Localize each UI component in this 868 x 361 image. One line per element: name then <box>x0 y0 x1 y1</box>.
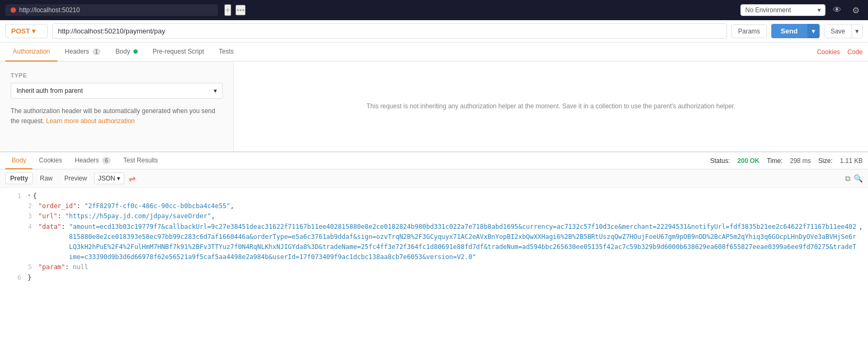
type-select[interactable]: Inherit auth from parent ▾ <box>11 83 223 99</box>
resp-headers-badge: 6 <box>102 157 111 164</box>
time-label: Time: <box>767 157 783 165</box>
cookies-link[interactable]: Cookies <box>817 48 840 56</box>
tab-headers[interactable]: Headers 1 <box>57 42 108 62</box>
status-label: Status: <box>710 157 730 165</box>
cookies-code-links: Cookies Code <box>817 48 863 56</box>
status-value: 200 OK <box>737 157 759 165</box>
line-number: 6 <box>5 273 21 283</box>
chevron-down-icon: ▾ <box>117 175 120 182</box>
resp-tab-cookies[interactable]: Cookies <box>32 152 68 169</box>
json-line-5: 5 "param" : null <box>5 262 863 272</box>
save-button[interactable]: Save <box>824 24 852 38</box>
time-value: 298 ms <box>790 157 811 165</box>
line-number: 5 <box>16 262 32 272</box>
line-number: 2 <box>16 201 32 211</box>
send-button[interactable]: Send <box>771 24 807 38</box>
json-val-param: null <box>73 262 88 272</box>
format-toolbar: Pretty Raw Preview JSON ▾ ⇌ ⧉ 🔍 <box>0 169 868 188</box>
format-select[interactable]: JSON ▾ <box>94 173 124 184</box>
size-value[interactable]: 1.11 KB <box>840 157 863 165</box>
tab-url-text: http://localhost:50210 <box>19 6 80 14</box>
url-input[interactable] <box>52 23 727 39</box>
json-line-4: 4 "data" : "amount=ecd13b03c19779f7&call… <box>5 222 863 263</box>
wrap-button[interactable]: ⇌ <box>129 174 136 184</box>
search-button[interactable]: 🔍 <box>854 174 863 183</box>
auth-info-text: This request is not inheriting any autho… <box>366 101 735 111</box>
url-row: POST ▾ Params Send ▾ Save ▾ <box>0 20 868 42</box>
auth-panel: TYPE Inherit auth from parent ▾ The auth… <box>0 62 234 151</box>
json-line-6: 6 } <box>5 273 863 283</box>
raw-button[interactable]: Raw <box>35 173 57 184</box>
json-line-3: 3 "url" : "https://h5pay.jd.com/jdpay/sa… <box>5 211 863 221</box>
eye-button[interactable]: 👁 <box>830 4 845 16</box>
body-dot-badge <box>133 49 138 54</box>
request-tab-nav: Authorization Headers 1 Body Pre-request… <box>0 42 868 62</box>
environment-selector[interactable]: No Environment ▾ <box>740 4 825 16</box>
tab-pre-request[interactable]: Pre-request Script <box>145 42 212 62</box>
headers-badge: 1 <box>92 48 101 55</box>
learn-more-link[interactable]: Learn more about authorization <box>46 117 135 125</box>
gear-button[interactable]: ⚙ <box>849 4 863 16</box>
env-label: No Environment <box>745 6 791 14</box>
json-val-url: "https://h5pay.jd.com/jdpay/saveOrder" <box>65 211 212 221</box>
json-line-1: 1 ▾ { <box>5 191 863 201</box>
resp-tab-headers[interactable]: Headers 6 <box>69 152 117 169</box>
json-close-brace: } <box>28 273 31 283</box>
chevron-down-icon: ▾ <box>32 27 36 35</box>
browser-tab[interactable]: http://localhost:50210 <box>5 4 218 16</box>
chevron-down-icon: ▾ <box>818 6 821 14</box>
line-number: 4 <box>16 222 32 232</box>
json-key-order-id: "order_id" <box>38 201 77 211</box>
json-open-brace: { <box>33 191 37 201</box>
line-number: 3 <box>16 211 32 221</box>
json-response-body: 1 ▾ { 2 "order_id" : "2fF8297f-cf0c-486c… <box>0 188 868 283</box>
format-label: JSON <box>98 175 115 182</box>
line-number: 1 <box>5 191 21 201</box>
auth-section: TYPE Inherit auth from parent ▾ The auth… <box>0 62 868 152</box>
send-button-group: Send ▾ <box>771 24 820 38</box>
resp-tab-test-results[interactable]: Test Results <box>117 152 164 169</box>
response-tab-nav: Body Cookies Headers 6 Test Results Stat… <box>0 152 868 169</box>
type-label: TYPE <box>11 72 223 79</box>
auth-info-panel: This request is not inheriting any autho… <box>234 62 868 151</box>
json-val-data: "amount=ecd13b03c19779f7&callbackUrl=9c2… <box>69 222 859 263</box>
code-link[interactable]: Code <box>847 48 863 56</box>
method-select[interactable]: POST ▾ <box>5 24 48 38</box>
json-line-2: 2 "order_id" : "2fF8297f-cf0c-486c-90cc-… <box>5 201 863 211</box>
params-button[interactable]: Params <box>731 24 767 38</box>
collapse-arrow[interactable]: ▾ <box>28 191 31 200</box>
auth-description: The authorization header will be automat… <box>11 106 223 126</box>
pretty-button[interactable]: Pretty <box>5 173 33 184</box>
tab-dot <box>11 7 16 13</box>
send-dropdown-button[interactable]: ▾ <box>807 24 820 38</box>
json-key-param: "param" <box>38 262 65 272</box>
save-button-group: Save ▾ <box>824 24 863 38</box>
format-toolbar-right: ⧉ 🔍 <box>845 174 863 183</box>
json-key-data: "data" <box>38 222 61 232</box>
response-area: Body Cookies Headers 6 Test Results Stat… <box>0 152 868 283</box>
tab-authorization[interactable]: Authorization <box>5 42 57 62</box>
more-tabs-button[interactable]: ••• <box>235 5 246 15</box>
preview-button[interactable]: Preview <box>60 173 92 184</box>
copy-button[interactable]: ⧉ <box>845 174 850 183</box>
chevron-down-icon: ▾ <box>214 87 217 94</box>
add-tab-button[interactable]: + <box>224 4 231 16</box>
resp-tab-body[interactable]: Body <box>5 152 32 169</box>
method-label: POST <box>11 27 30 35</box>
tab-tests[interactable]: Tests <box>212 42 241 62</box>
json-key-url: "url" <box>38 211 57 221</box>
tab-body[interactable]: Body <box>108 42 145 62</box>
json-val-order-id: "2fF8297f-cf0c-486c-90cc-b0bcba4c4e55" <box>85 201 231 211</box>
size-label: Size: <box>819 157 833 165</box>
save-dropdown-button[interactable]: ▾ <box>852 24 863 38</box>
top-bar: http://localhost:50210 + ••• No Environm… <box>0 0 868 20</box>
response-status-bar: Status: 200 OK Time: 298 ms Size: 1.11 K… <box>710 157 863 165</box>
type-value: Inherit auth from parent <box>16 87 83 94</box>
